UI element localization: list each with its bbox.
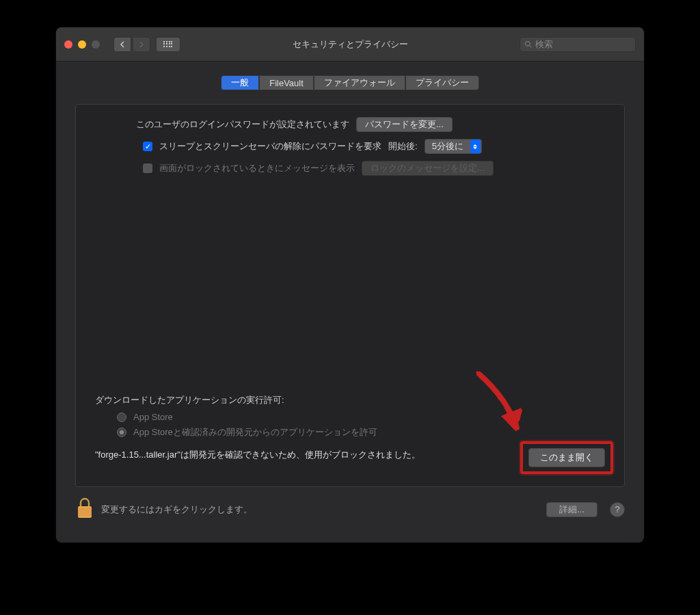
after-label: 開始後: xyxy=(388,140,418,153)
radio-appstore-row: App Store xyxy=(117,412,605,422)
set-lock-message-button: ロックのメッセージを設定... xyxy=(362,161,494,176)
search-input[interactable]: 検索 xyxy=(520,37,636,52)
svg-point-0 xyxy=(526,41,530,46)
select-arrows-icon xyxy=(470,140,481,153)
traffic-lights xyxy=(64,40,100,49)
radio-identified xyxy=(117,428,126,437)
tabs: 一般 FileVault ファイアウォール プライバシー xyxy=(56,75,644,90)
tab-general[interactable]: 一般 xyxy=(221,75,259,90)
minimize-button[interactable] xyxy=(78,40,86,49)
chevron-left-icon xyxy=(120,41,125,48)
content: 一般 FileVault ファイアウォール プライバシー このユーザのログインパ… xyxy=(56,62,644,542)
svg-line-1 xyxy=(530,45,532,47)
require-password-label: スリープとスクリーンセーバの解除にパスワードを要求 xyxy=(159,140,381,153)
show-all-button[interactable] xyxy=(156,37,180,52)
open-anyway-button[interactable]: このまま開く xyxy=(528,448,605,467)
blocked-app-text: "forge-1.15...taller.jar"は開発元を確認できないため、使… xyxy=(95,448,519,462)
window-title: セキュリティとプライバシー xyxy=(293,38,408,51)
radio-identified-row: App Storeと確認済みの開発元からのアプリケーションを許可 xyxy=(117,426,605,439)
lock-icon[interactable] xyxy=(75,497,94,522)
search-icon xyxy=(524,40,533,49)
require-password-checkbox[interactable] xyxy=(143,142,152,151)
svg-rect-3 xyxy=(78,506,92,518)
lock-text: 変更するにはカギをクリックします。 xyxy=(101,503,252,516)
zoom-button[interactable] xyxy=(92,40,100,49)
panel: このユーザのログインパスワードが設定されています パスワードを変更... スリー… xyxy=(75,104,625,487)
login-password-label: このユーザのログインパスワードが設定されています xyxy=(136,118,349,131)
grid-icon xyxy=(163,41,173,48)
blocked-app-row: "forge-1.15...taller.jar"は開発元を確認できないため、使… xyxy=(95,448,605,467)
nav-buttons xyxy=(113,37,150,52)
details-button[interactable]: 詳細... xyxy=(546,502,597,517)
require-password-row: スリープとスクリーンセーバの解除にパスワードを要求 開始後: 5分後に xyxy=(136,139,591,154)
back-button[interactable] xyxy=(113,37,131,52)
close-button[interactable] xyxy=(64,40,72,49)
tab-privacy[interactable]: プライバシー xyxy=(405,75,479,90)
radio-appstore-label: App Store xyxy=(133,412,173,422)
radio-appstore xyxy=(117,413,126,422)
titlebar: セキュリティとプライバシー 検索 xyxy=(56,27,644,62)
change-password-button[interactable]: パスワードを変更... xyxy=(356,117,453,132)
search-placeholder: 検索 xyxy=(535,38,553,51)
help-button[interactable]: ? xyxy=(610,502,625,517)
delay-select[interactable]: 5分後に xyxy=(425,139,482,154)
tab-firewall[interactable]: ファイアウォール xyxy=(314,75,405,90)
downloads-header: ダウンロードしたアプリケーションの実行許可: xyxy=(95,394,605,406)
chevron-right-icon xyxy=(139,41,144,48)
forward-button[interactable] xyxy=(133,37,150,52)
lock-message-row: 画面がロックされているときにメッセージを表示 ロックのメッセージを設定... xyxy=(136,161,591,176)
delay-value: 5分後に xyxy=(432,140,463,153)
footer: 変更するにはカギをクリックします。 詳細... ? xyxy=(56,487,644,536)
preferences-window: セキュリティとプライバシー 検索 一般 FileVault ファイアウォール プ… xyxy=(56,27,644,542)
downloads-section: ダウンロードしたアプリケーションの実行許可: App Store App Sto… xyxy=(95,394,605,467)
lock-message-label: 画面がロックされているときにメッセージを表示 xyxy=(159,162,355,174)
tab-filevault[interactable]: FileVault xyxy=(259,75,314,90)
lock-message-checkbox xyxy=(143,163,152,173)
radio-identified-label: App Storeと確認済みの開発元からのアプリケーションを許可 xyxy=(133,426,377,439)
radio-group: App Store App Storeと確認済みの開発元からのアプリケーションを… xyxy=(95,412,605,439)
login-password-row: このユーザのログインパスワードが設定されています パスワードを変更... xyxy=(136,117,591,132)
